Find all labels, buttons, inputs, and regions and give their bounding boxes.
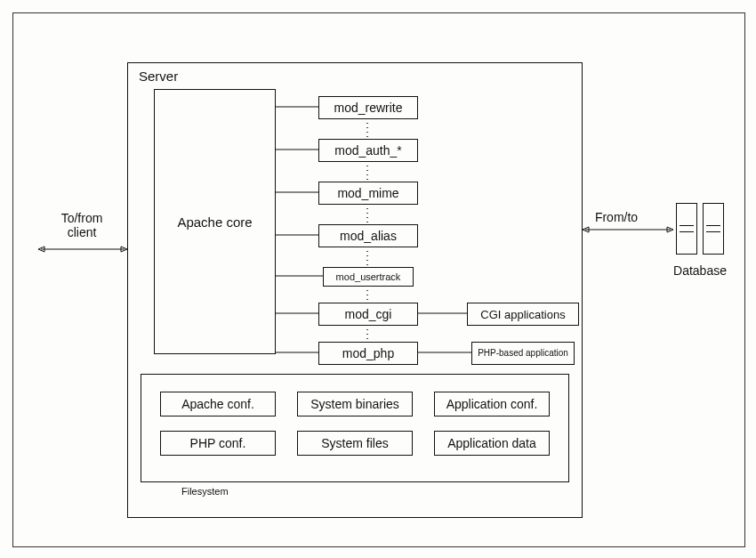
fs-apache-conf-label: Apache conf. <box>181 397 254 411</box>
mod-usertrack-label: mod_usertrack <box>336 271 401 282</box>
fs-application-conf: Application conf. <box>434 392 550 416</box>
mod-php-label: mod_php <box>342 346 394 360</box>
database-icon <box>676 203 697 255</box>
cgi-apps-label: CGI applications <box>480 308 565 321</box>
fs-system-binaries-label: System binaries <box>310 397 399 411</box>
apache-core-box: Apache core <box>154 89 276 354</box>
mod-php-box: mod_php <box>318 342 418 365</box>
fs-system-files: System files <box>297 431 413 456</box>
filesystem-label: Filesystem <box>181 486 229 497</box>
database-label: Database <box>664 263 736 278</box>
client-label: To/from client <box>55 211 109 239</box>
mod-cgi-box: mod_cgi <box>318 303 418 326</box>
cgi-apps-box: CGI applications <box>467 303 579 326</box>
fs-application-conf-label: Application conf. <box>446 397 538 411</box>
fs-application-data-label: Application data <box>447 436 536 450</box>
mod-mime-label: mod_mime <box>337 186 398 200</box>
php-app-label: PHP-based application <box>478 349 568 358</box>
server-label: Server <box>139 69 178 84</box>
mod-rewrite-box: mod_rewrite <box>318 96 418 119</box>
fs-system-files-label: System files <box>321 436 388 450</box>
mod-mime-box: mod_mime <box>318 182 418 205</box>
mod-alias-box: mod_alias <box>318 224 418 247</box>
fs-php-conf: PHP conf. <box>160 431 276 456</box>
fs-php-conf-label: PHP conf. <box>190 436 246 450</box>
mod-cgi-label: mod_cgi <box>345 307 392 321</box>
mod-alias-label: mod_alias <box>340 229 397 243</box>
database-icon <box>703 203 724 255</box>
db-fromto-label: From/to <box>590 210 643 224</box>
mod-auth-label: mod_auth_* <box>334 143 402 158</box>
fs-application-data: Application data <box>434 431 550 456</box>
mod-usertrack-box: mod_usertrack <box>323 267 414 287</box>
fs-system-binaries: System binaries <box>297 392 413 416</box>
apache-core-label: Apache core <box>177 214 252 230</box>
mod-rewrite-label: mod_rewrite <box>334 101 402 115</box>
mod-auth-box: mod_auth_* <box>318 139 418 162</box>
fs-apache-conf: Apache conf. <box>160 392 276 416</box>
filesystem-box <box>141 374 569 482</box>
php-app-box: PHP-based application <box>471 342 575 365</box>
